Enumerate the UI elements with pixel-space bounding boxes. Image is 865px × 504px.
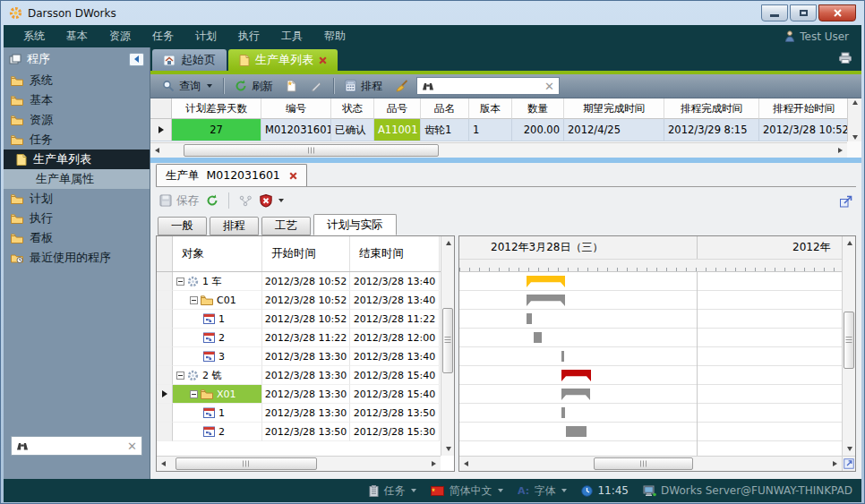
- maximize-button[interactable]: [790, 4, 817, 21]
- tree-row[interactable]: 2 铣2012/3/28 13:302012/3/28 15:40: [157, 366, 441, 385]
- sidebar-item[interactable]: 生产单属性: [4, 169, 150, 189]
- sidebar-item[interactable]: 生产单列表: [4, 149, 150, 169]
- column-header[interactable]: 数量: [512, 98, 564, 119]
- menu-item[interactable]: 计划: [184, 29, 227, 44]
- sidebar-item[interactable]: 资源: [4, 110, 150, 130]
- query-button[interactable]: 查询: [158, 77, 217, 96]
- tree-object-cell[interactable]: 2: [173, 423, 262, 441]
- gantt-bar-task[interactable]: [534, 332, 542, 343]
- open-new-window-icon[interactable]: [839, 195, 852, 209]
- column-header[interactable]: 排程开始时间: [759, 98, 847, 119]
- refresh-button[interactable]: 刷新: [230, 77, 278, 96]
- tree-horizontal-scrollbar[interactable]: [157, 456, 441, 471]
- tree-row[interactable]: 1 车2012/3/28 10:522012/3/28 13:40: [157, 272, 441, 291]
- tree-row[interactable]: 22012/3/28 13:502012/3/28 15:30: [157, 423, 441, 441]
- menu-item[interactable]: 任务: [141, 29, 184, 44]
- tree-expander-icon[interactable]: [190, 296, 198, 304]
- tree-object-cell[interactable]: 1 车: [173, 272, 262, 291]
- tab-排程[interactable]: 排程: [210, 217, 259, 235]
- status-task-menu[interactable]: 任务: [369, 483, 416, 499]
- column-header[interactable]: 品号: [374, 98, 421, 119]
- printer-icon[interactable]: [838, 52, 852, 64]
- tree-object-cell[interactable]: 1: [173, 310, 262, 329]
- tree-object-cell[interactable]: 3: [173, 347, 262, 366]
- tree-row[interactable]: X012012/3/28 13:302012/3/28 15:40: [157, 385, 441, 404]
- shield-error-icon: [260, 194, 272, 208]
- edit-button[interactable]: [305, 78, 327, 94]
- menu-item[interactable]: 基本: [56, 29, 98, 44]
- sidebar-item[interactable]: 看板: [4, 228, 150, 248]
- tree-expander-icon[interactable]: [190, 390, 198, 398]
- sidebar-item[interactable]: 系统: [4, 71, 150, 90]
- column-header[interactable]: 编号: [261, 98, 331, 119]
- grid-vertical-scrollbar[interactable]: [847, 98, 861, 141]
- column-header[interactable]: 期望完成时间: [564, 98, 664, 119]
- column-header[interactable]: 结束时间: [350, 236, 440, 271]
- sidebar-item[interactable]: 最近使用的程序: [4, 248, 150, 268]
- close-button[interactable]: [818, 4, 856, 21]
- tree-row[interactable]: 32012/3/28 13:302012/3/28 13:40: [157, 347, 441, 366]
- tree-object-cell[interactable]: X01: [173, 385, 262, 404]
- column-header[interactable]: 品名: [421, 98, 469, 119]
- sidebar-collapse-button[interactable]: [129, 53, 144, 66]
- new-button[interactable]: [281, 78, 302, 94]
- clear-search-icon[interactable]: ✕: [127, 440, 137, 452]
- grid-horizontal-scrollbar[interactable]: [150, 142, 847, 158]
- menu-item[interactable]: 系统: [13, 29, 56, 44]
- menu-item[interactable]: 帮助: [313, 29, 356, 44]
- tab-active[interactable]: 生产单列表: [228, 49, 338, 71]
- expand-icon[interactable]: [844, 458, 854, 469]
- clean-button[interactable]: [390, 78, 413, 94]
- tree-vertical-scrollbar[interactable]: [441, 236, 454, 456]
- tree-row[interactable]: 12012/3/28 13:302012/3/28 13:50: [157, 404, 441, 423]
- save-button[interactable]: 保存: [159, 193, 199, 209]
- sidebar-item[interactable]: 基本: [4, 90, 150, 110]
- column-header[interactable]: 状态: [331, 98, 374, 119]
- gantt-bar-task[interactable]: [566, 426, 587, 437]
- gantt-vertical-scrollbar[interactable]: [842, 236, 855, 456]
- sidebar-item[interactable]: 执行: [4, 209, 150, 228]
- menu-item[interactable]: 执行: [227, 29, 270, 44]
- column-header[interactable]: 版本: [469, 98, 512, 119]
- tree-row[interactable]: 12012/3/28 10:522012/3/28 11:22: [157, 310, 441, 329]
- table-row[interactable]: 27M012031601已确认A11001齿轮11200.002012/4/25…: [150, 119, 847, 141]
- sidebar-search-input[interactable]: [33, 439, 123, 453]
- close-icon[interactable]: [289, 172, 297, 180]
- column-header[interactable]: 开始时间: [262, 236, 350, 271]
- column-header[interactable]: 对象: [173, 236, 262, 271]
- current-user[interactable]: Test User: [784, 30, 852, 43]
- gantt-bar-task[interactable]: [561, 407, 565, 418]
- tree-expander-icon[interactable]: [176, 278, 184, 286]
- tab-inactive[interactable]: 起始页: [152, 49, 227, 71]
- tree-object-cell[interactable]: C01: [173, 291, 262, 310]
- schedule-button[interactable]: 排程: [340, 77, 387, 96]
- status-font-menu[interactable]: A: 字体: [518, 483, 567, 499]
- tree-object-cell[interactable]: 2 铣: [173, 366, 262, 385]
- validate-button[interactable]: [260, 194, 284, 208]
- minimize-button[interactable]: [761, 4, 788, 21]
- sidebar-item[interactable]: 任务: [4, 130, 150, 149]
- column-header[interactable]: 计划差异天数: [172, 98, 261, 119]
- tree-object-cell[interactable]: 2: [173, 329, 262, 347]
- status-language-menu[interactable]: 简体中文: [431, 483, 503, 499]
- program-icon: [9, 54, 21, 64]
- gantt-bar-task[interactable]: [561, 351, 564, 362]
- clear-search-icon[interactable]: ✕: [544, 81, 554, 92]
- tab-一般[interactable]: 一般: [158, 217, 207, 235]
- workflow-link-icon[interactable]: [239, 195, 253, 207]
- column-header[interactable]: 排程完成时间: [664, 98, 759, 119]
- tab-计划与实际[interactable]: 计划与实际: [313, 214, 397, 235]
- gantt-horizontal-scrollbar[interactable]: [459, 456, 842, 471]
- refresh-icon[interactable]: [206, 194, 218, 207]
- tree-object-cell[interactable]: 1: [173, 404, 262, 423]
- toolbar-search-input[interactable]: [439, 79, 540, 93]
- tree-row[interactable]: C012012/3/28 10:522012/3/28 13:40: [157, 291, 441, 310]
- menu-item[interactable]: 资源: [98, 29, 141, 44]
- tree-expander-icon[interactable]: [176, 372, 184, 380]
- order-document-tab[interactable]: 生产单 M012031601: [156, 164, 307, 186]
- sidebar-item[interactable]: 计划: [4, 189, 150, 209]
- menu-item[interactable]: 工具: [270, 29, 313, 44]
- gantt-bar-task[interactable]: [527, 313, 532, 324]
- tree-row[interactable]: 22012/3/28 11:222012/3/28 12:00: [157, 329, 441, 347]
- tab-工艺[interactable]: 工艺: [261, 217, 311, 235]
